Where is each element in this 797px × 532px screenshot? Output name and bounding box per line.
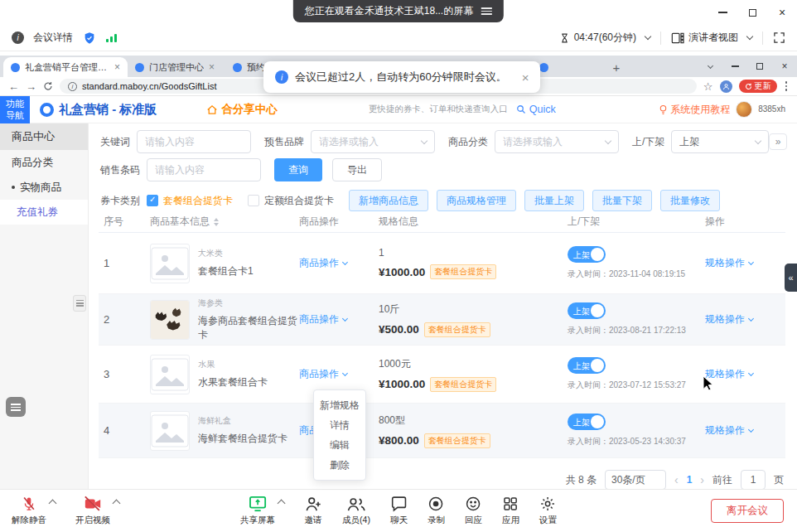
browser-minimize-button[interactable] xyxy=(722,56,747,77)
bookmark-star-icon[interactable]: ☆ xyxy=(703,80,713,93)
banner-menu-icon[interactable] xyxy=(481,7,492,15)
goto-page-input[interactable]: 1 xyxy=(741,470,766,490)
checkbox-label: 套餐组合提货卡 xyxy=(163,194,233,208)
entry-time: 录入时间：2023-07-12 15:53:27 xyxy=(568,380,705,391)
card-type-tag: 套餐组合提货卡 xyxy=(430,377,496,392)
members-label: 成员(4) xyxy=(342,515,370,526)
minimize-button[interactable] xyxy=(708,0,737,25)
batch-edit-button[interactable]: 批量修改 xyxy=(660,190,720,211)
meeting-timer-dropdown[interactable]: 04:47(60分钟) xyxy=(559,31,650,45)
shelf-toggle[interactable]: 上架 xyxy=(568,414,606,430)
chevron-down-icon xyxy=(645,32,651,39)
meeting-details-button[interactable]: i 会议详情 xyxy=(12,31,73,45)
apps-button[interactable]: 应用 xyxy=(502,496,519,526)
spec-op-link[interactable]: 规格操作 xyxy=(705,367,753,381)
tab-close-icon[interactable]: × xyxy=(114,61,120,73)
sort-icon[interactable] xyxy=(214,218,219,226)
keyword-input[interactable]: 请输入内容 xyxy=(137,130,251,153)
quick-link[interactable]: Quick xyxy=(516,104,556,115)
mic-options-chevron[interactable] xyxy=(49,500,57,508)
share-options-chevron[interactable] xyxy=(278,500,286,508)
new-tab-button[interactable]: + xyxy=(606,57,626,77)
grip-icon xyxy=(76,300,84,307)
start-video-button[interactable]: 开启视频 xyxy=(75,496,110,526)
sidebar-item-category[interactable]: 商品分类 xyxy=(0,150,88,175)
browser-close-button[interactable]: × xyxy=(772,56,797,77)
collapse-panel-button[interactable]: » xyxy=(769,133,787,150)
share-screen-button[interactable]: 共享屏幕 xyxy=(240,496,275,526)
spec-op-link[interactable]: 规格操作 xyxy=(705,312,753,326)
card-type-tag: 套餐组合提货卡 xyxy=(430,264,496,279)
browser-tab[interactable]: 门店管理中心 × xyxy=(128,57,225,77)
sidebar-item-physical-goods[interactable]: 实物商品 xyxy=(0,175,88,200)
site-info-icon[interactable]: i xyxy=(68,82,77,91)
maximize-button[interactable] xyxy=(737,0,767,25)
members-button[interactable]: 成员(4) xyxy=(342,496,370,526)
sidebar-collapse-handle[interactable] xyxy=(73,295,86,312)
share-center-link[interactable]: 合分享中心 xyxy=(206,102,278,117)
leave-meeting-button[interactable]: 离开会议 xyxy=(711,499,784,523)
refresh-button[interactable] xyxy=(43,81,53,91)
shelf-toggle[interactable]: 上架 xyxy=(568,246,606,263)
sidebar-section-product-center[interactable]: 商品中心 xyxy=(0,123,88,150)
browser-tab[interactable] xyxy=(532,57,606,77)
user-avatar[interactable] xyxy=(736,101,752,118)
page-size-select[interactable]: 30条/页 xyxy=(605,470,666,490)
next-page-button[interactable]: › xyxy=(700,473,704,486)
shelf-toggle[interactable]: 上架 xyxy=(568,357,606,374)
view-mode-dropdown[interactable]: 演讲者视图 xyxy=(671,31,752,45)
fullscreen-button[interactable] xyxy=(773,31,785,44)
reaction-button[interactable]: 回应 xyxy=(465,496,482,526)
spec-manage-button[interactable]: 商品规格管理 xyxy=(437,190,516,211)
invite-button[interactable]: 邀请 xyxy=(304,496,322,526)
shelf-select[interactable]: 上架 xyxy=(671,130,769,153)
record-button[interactable]: 录制 xyxy=(427,496,445,526)
category-select[interactable]: 请选择或输入 xyxy=(495,130,619,153)
browser-tab-active[interactable]: 礼盒营销平台管理中心 × xyxy=(3,57,128,77)
prev-page-button[interactable]: ‹ xyxy=(674,473,679,486)
dropdown-item-add-spec[interactable]: 新增规格 xyxy=(314,395,365,415)
settings-button[interactable]: 设置 xyxy=(539,496,557,526)
chat-button[interactable]: 聊天 xyxy=(390,496,408,526)
batch-off-shelf-button[interactable]: 批量下架 xyxy=(592,190,652,211)
table-row: 2 海参类 海参商品套餐组合提货卡 商品操作 10斤 ¥500.00套餐组合提货… xyxy=(99,294,785,346)
tab-close-icon[interactable]: × xyxy=(209,61,215,73)
product-op-link[interactable]: 商品操作 xyxy=(299,256,347,270)
close-button[interactable]: × xyxy=(767,0,797,25)
floating-widget[interactable] xyxy=(6,397,26,417)
function-nav-tab[interactable]: 功能导航 xyxy=(0,96,30,123)
dropdown-item-edit[interactable]: 编辑 xyxy=(314,435,365,455)
browser-update-chip[interactable]: 更新 xyxy=(739,80,777,93)
barcode-input[interactable]: 请输入内容 xyxy=(147,158,261,181)
checkbox-package-card[interactable] xyxy=(147,195,158,206)
browser-profile-avatar[interactable] xyxy=(720,80,732,93)
shelf-toggle[interactable]: 上架 xyxy=(568,302,606,319)
unmute-button[interactable]: 解除静音 xyxy=(12,496,46,526)
expand-panel-tab[interactable]: « xyxy=(785,264,797,292)
toast-close-icon[interactable]: × xyxy=(522,70,529,85)
checkbox-fixed-card[interactable] xyxy=(248,195,259,206)
add-product-button[interactable]: 新增商品信息 xyxy=(349,190,428,211)
dropdown-item-detail[interactable]: 详情 xyxy=(314,415,365,435)
product-op-link[interactable]: 商品操作 xyxy=(299,312,347,326)
view-mode-label: 演讲者视图 xyxy=(688,31,738,45)
search-button[interactable]: 查询 xyxy=(274,158,322,181)
batch-on-shelf-button[interactable]: 批量上架 xyxy=(524,190,584,211)
brand-select[interactable]: 请选择或输入 xyxy=(311,130,435,153)
forward-button[interactable]: → xyxy=(26,80,36,93)
minimize-icon xyxy=(732,65,739,66)
dropdown-item-delete[interactable]: 删除 xyxy=(314,455,365,475)
camera-options-chevron[interactable] xyxy=(113,500,121,508)
product-op-link-open[interactable]: 商品操作 xyxy=(299,367,347,381)
export-button[interactable]: 导出 xyxy=(332,158,382,181)
tutorial-link[interactable]: 系统使用教程 xyxy=(659,103,730,117)
browser-maximize-button[interactable] xyxy=(747,56,772,77)
sidebar-item-recharge-voucher[interactable]: 充值礼券 xyxy=(0,200,88,225)
tab-search-button[interactable] xyxy=(698,56,722,77)
browser-menu-icon[interactable] xyxy=(784,81,790,91)
back-button[interactable]: ← xyxy=(8,80,19,93)
header-product-info: 商品基本信息 xyxy=(150,215,299,229)
spec-op-link[interactable]: 规格操作 xyxy=(705,256,753,270)
spec-op-link[interactable]: 规格操作 xyxy=(705,423,753,438)
current-page[interactable]: 1 xyxy=(687,474,693,486)
